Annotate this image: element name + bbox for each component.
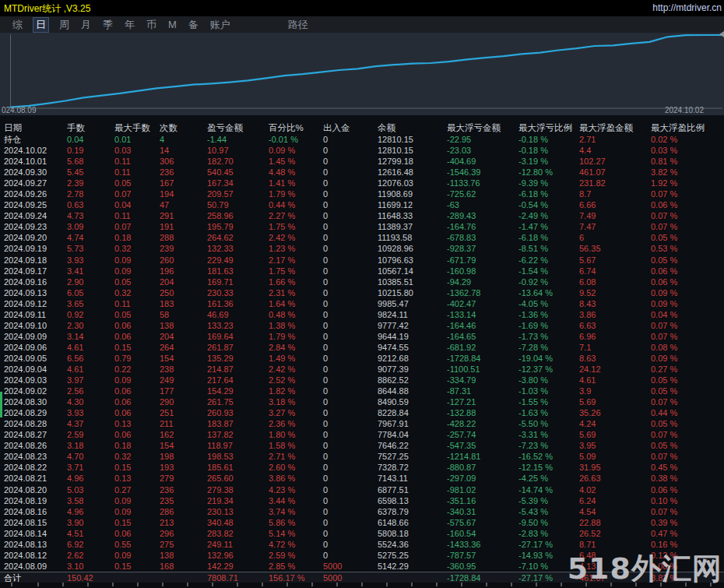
cell: 2024.09.24 (4, 210, 67, 221)
col-header-balance[interactable]: 余额 (378, 121, 447, 134)
table-row[interactable]: 2024.09.056.560.79154135.291.49 %09212.6… (0, 353, 724, 364)
table-row[interactable]: 2024.08.193.580.09235219.343.44 %06598.1… (0, 495, 724, 506)
table-row[interactable]: 2024.09.183.930.09260229.492.17 %010796.… (0, 255, 724, 266)
menu-item-quarterly[interactable]: 季 (101, 18, 114, 32)
cell: 0.07 (114, 221, 160, 232)
table-row[interactable]: 2024.09.022.560.06177154.291.82 %08644.8… (0, 386, 724, 396)
cell: 461.07 (579, 167, 651, 178)
col-header-max-float-loss-pct[interactable]: 最大浮亏比例 (518, 121, 579, 134)
cell: 2024.09.19 (4, 243, 67, 254)
table-row[interactable]: 2024.09.093.140.06204169.641.79 %09644.1… (0, 331, 724, 342)
col-header-max-lots[interactable]: 最大手数 (114, 121, 160, 134)
cell: 177 (160, 386, 207, 396)
cell: 9474.55 (378, 342, 447, 353)
col-header-deposit[interactable]: 出入金 (323, 121, 378, 134)
col-header-max-float-profit-pct[interactable]: 最大浮盈比例 (651, 121, 724, 134)
selection-marker (0, 392, 2, 417)
cell: 7527.25 (378, 451, 447, 462)
col-header-pnl[interactable]: 盈亏金额 (207, 121, 269, 134)
table-row[interactable]: 2024.08.263.180.18154118.971.58 %07646.2… (0, 440, 724, 451)
scroll-arrow-icon[interactable] (719, 31, 724, 37)
cell: 14 (160, 145, 207, 156)
table-row[interactable]: 2024.08.136.920.55275249.114.72 %05524.3… (0, 539, 724, 550)
cell: 2024.09.16 (4, 276, 67, 287)
col-header-trades[interactable]: 次数 (160, 121, 207, 134)
table-row[interactable]: 2024.09.233.090.07191195.791.75 %011389.… (0, 221, 724, 232)
table-row[interactable]: 2024.08.272.590.06162137.821.80 %07784.0… (0, 429, 724, 440)
table-row[interactable]: 2024.08.153.900.15213340.485.86 %06148.6… (0, 517, 724, 528)
cell: 249.11 (207, 539, 269, 550)
watermark: 518外汇网 (568, 549, 722, 588)
table-row[interactable]: 2024.10.015.680.11306182.701.45 %012799.… (0, 156, 724, 167)
col-header-percent[interactable]: 百分比% (269, 121, 323, 134)
cell: 209.57 (207, 188, 269, 199)
menu-item-currency[interactable]: 币 (145, 18, 158, 32)
menu-item-yearly[interactable]: 年 (123, 18, 136, 32)
menu-item-account[interactable]: 账户 (209, 18, 232, 32)
table-row[interactable]: 2024.09.110.920.055846.690.48 %09824.11-… (0, 309, 724, 320)
table-row[interactable]: 2024.09.173.410.09196181.631.75 %010567.… (0, 266, 724, 276)
col-header-date[interactable]: 日期 (4, 121, 67, 134)
cell: 0.09 % (651, 353, 724, 364)
table-row[interactable]: 2024.09.305.450.11236540.454.48 %012616.… (0, 167, 724, 178)
cell: -0.54 % (518, 199, 579, 210)
website-link[interactable]: http://mtdriver.cn (652, 2, 722, 13)
table-row[interactable]: 2024.09.102.300.06138133.231.38 %09777.4… (0, 320, 724, 331)
table-row[interactable]: 2024.09.272.390.05167167.341.41 %012076.… (0, 178, 724, 188)
table-row[interactable]: 2024.08.293.930.06251260.933.27 %08228.8… (0, 407, 724, 418)
table-row[interactable]: 2024.09.044.610.22238214.872.42 %09077.3… (0, 364, 724, 375)
table-row[interactable]: 2024.08.304.300.06290261.753.18 %08490.5… (0, 396, 724, 407)
cell: 0 (323, 506, 378, 517)
table-row[interactable]: 2024.08.234.700.32198198.532.71 %07527.2… (0, 451, 724, 462)
cell: 10928.96 (378, 243, 447, 254)
cell: 0 (323, 210, 378, 221)
table-row[interactable]: 2024.09.162.900.05204169.711.66 %010385.… (0, 276, 724, 287)
table-row[interactable]: 2024.09.250.630.044750.790.44 %011699.12… (0, 199, 724, 210)
table-row[interactable]: 2024.08.214.960.13279265.603.86 %07143.1… (0, 473, 724, 484)
table-header: 日期 手数 最大手数 次数 盈亏金额 百分比% 出入金 余额 最大浮亏金额 最大… (0, 121, 724, 134)
table-row[interactable]: 2024.08.223.710.15193185.612.60 %07328.7… (0, 462, 724, 473)
cell: 2.42 % (269, 232, 323, 243)
table-row[interactable]: 2024.08.205.030.27236279.384.23 %06877.5… (0, 484, 724, 495)
cell: 0.06 (114, 331, 160, 342)
cell: 1.92 % (651, 178, 724, 188)
cell: 260 (160, 255, 207, 266)
menu-item-weekly[interactable]: 周 (58, 18, 71, 32)
col-header-max-float-profit[interactable]: 最大浮盈金额 (579, 121, 651, 134)
menu-item-monthly[interactable]: 月 (79, 18, 93, 32)
cell: 0 (323, 199, 378, 210)
table-row[interactable]: 2024.09.204.740.18288264.622.42 %011193.… (0, 232, 724, 243)
col-header-lots[interactable]: 手数 (67, 121, 114, 134)
cell: 7328.72 (378, 462, 447, 473)
table-row[interactable]: 2024.08.144.510.06296283.825.14 %05808.1… (0, 528, 724, 539)
cell: 3.09 (67, 221, 114, 232)
cell: 2024.09.05 (4, 353, 67, 364)
table-row[interactable]: 2024.09.244.730.11291258.962.27 %011648.… (0, 210, 724, 221)
table-row[interactable]: 2024.08.164.960.09286230.133.74 %06378.7… (0, 506, 724, 517)
table-row[interactable]: 2024.08.284.370.13211183.872.36 %07967.9… (0, 418, 724, 429)
cell: 118.97 (207, 440, 269, 451)
cell: 0.09 (114, 550, 160, 561)
menu-item-summary[interactable]: 综 (11, 18, 24, 32)
cell: 0.06 (114, 528, 160, 539)
table-row[interactable]: 2024.09.262.780.07194209.571.79 %011908.… (0, 188, 724, 199)
table-row[interactable]: 2024.09.033.970.09249217.642.52 %08862.5… (0, 375, 724, 386)
cell: 7.1 (579, 342, 651, 353)
cell: -14.74 % (518, 484, 579, 495)
cell: 1.58 % (269, 440, 323, 451)
col-header-max-float-loss[interactable]: 最大浮亏金额 (447, 121, 518, 134)
table-row[interactable]: 2024.09.136.050.32250230.332.31 %010215.… (0, 287, 724, 298)
table-row[interactable]: 2024.09.195.730.32239132.331.23 %010928.… (0, 243, 724, 254)
cell: 296 (160, 528, 207, 539)
menu-item-path[interactable]: 路径 (286, 18, 310, 32)
menu-item-m[interactable]: M (167, 19, 178, 30)
table-row[interactable]: 2024.09.064.610.15264261.872.84 %09474.5… (0, 342, 724, 353)
cell: 2.71 (579, 134, 651, 145)
menu-item-backup[interactable]: 备 (187, 18, 200, 32)
table-row[interactable]: 2024.09.123.650.11183161.361.64 %09985.4… (0, 298, 724, 309)
table-row[interactable]: 持仓0.040.014-1.44-0.01 %012810.15-22.95-0… (0, 134, 724, 145)
cell: 6598.13 (378, 495, 447, 506)
table-row[interactable]: 2024.10.020.190.031410.970.09 %012810.15… (0, 145, 724, 156)
menu-item-daily[interactable]: 日 (33, 17, 49, 33)
cell: -1362.78 (447, 287, 518, 298)
